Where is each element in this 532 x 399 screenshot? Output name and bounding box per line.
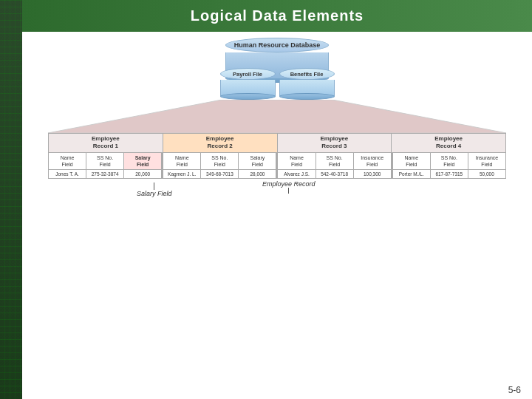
data-r4-ss: 617-87-7315: [431, 170, 468, 178]
payroll-file-cylinder: Payroll File: [220, 68, 276, 100]
sidebar: [0, 0, 22, 399]
database-label: Human Resource Database: [225, 38, 329, 52]
field-r1-name: NameField: [49, 153, 86, 169]
data-r2-ss: 349-68-7013: [201, 170, 239, 178]
data-r4-name: Porter M./L.: [392, 170, 431, 178]
database-container: Human Resource Database Payroll File Ben…: [220, 38, 335, 100]
main-content: Logical Data Elements Human Resource Dat…: [22, 0, 532, 399]
benefits-file-label: Benefits File: [279, 68, 335, 80]
field-r4-name: NameField: [392, 153, 431, 169]
fields-row: NameField SS No.Field SalaryField NameFi…: [49, 153, 505, 170]
payroll-file-label: Payroll File: [220, 68, 276, 80]
benefits-cylinder-bottom: [279, 93, 335, 100]
emp-record-4: Employee Record 4: [392, 134, 505, 152]
field-r1-ss: SS No.Field: [86, 153, 124, 169]
data-r2-salary: 28,000: [239, 170, 276, 178]
data-r1-salary: 20,000: [124, 170, 162, 178]
salary-field-annotation: Salary Field: [137, 183, 172, 197]
page-title: Logical Data Elements: [191, 7, 364, 24]
employee-records-row: Employee Record 1 Employee Record 2 Empl…: [49, 134, 505, 153]
svg-marker-0: [48, 100, 506, 133]
field-r3-ss: SS No.Field: [316, 153, 354, 169]
data-r3-ss: 542-40-3718: [316, 170, 354, 178]
data-r2-name: Kagmen J. L.: [162, 170, 201, 178]
emp-record-1: Employee Record 1: [49, 134, 163, 152]
emp-record-3: Employee Record 3: [278, 134, 392, 152]
field-r3-insurance: InsuranceField: [354, 153, 392, 169]
sub-files-container: Payroll File Benefits File: [220, 68, 335, 100]
header: Logical Data Elements: [22, 0, 532, 32]
diagram-wrapper: Human Resource Database Payroll File Ben…: [22, 32, 532, 381]
field-r2-ss: SS No.Field: [201, 153, 239, 169]
employee-record-label: Employee Record: [262, 180, 316, 188]
field-r2-salary: SalaryField: [239, 153, 276, 169]
page-number: 5-6: [508, 385, 521, 395]
payroll-cylinder-bottom: [220, 93, 276, 100]
emp-record-2: Employee Record 2: [163, 134, 278, 152]
records-table: Employee Record 1 Employee Record 2 Empl…: [48, 133, 506, 179]
field-r2-name: NameField: [162, 153, 201, 169]
data-r4-insurance: 50,000: [468, 170, 505, 178]
field-r4-insurance: InsuranceField: [468, 153, 505, 169]
pyramid-svg: [48, 100, 506, 133]
data-r1-name: Jones T. A.: [49, 170, 86, 178]
field-r3-name: NameField: [276, 153, 316, 169]
salary-field-label: Salary Field: [137, 190, 172, 197]
data-r3-insurance: 100,300: [354, 170, 392, 178]
data-r3-name: Alvarez J.S.: [276, 170, 316, 178]
data-r1-ss: 275-32-3874: [86, 170, 124, 178]
annotation-area: Salary Field Employee Record: [48, 179, 506, 205]
benefits-file-cylinder: Benefits File: [279, 68, 335, 100]
field-r4-ss: SS No.Field: [431, 153, 468, 169]
data-row: Jones T. A. 275-32-3874 20,000 Kagmen J.…: [49, 170, 505, 178]
page-number-container: 5-6: [22, 381, 532, 399]
field-r1-salary: SalaryField: [124, 153, 162, 169]
employee-record-annotation: Employee Record: [262, 180, 316, 194]
